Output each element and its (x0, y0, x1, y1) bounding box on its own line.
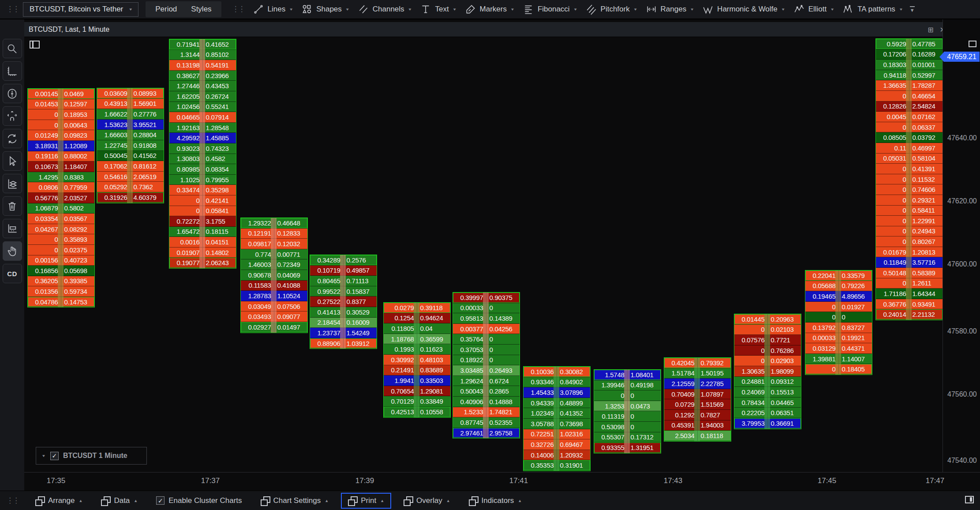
one-click-trading-button[interactable] (3, 241, 22, 261)
buy-volume: 0.46997 (909, 143, 943, 153)
tool-harmonic-wolfe[interactable]: Harmonic & Wolfe ▼ (698, 0, 789, 19)
time-axis[interactable]: 17:35 17:37 17:39 17:41 17:43 17:45 17:4… (0, 472, 980, 491)
chevron-up-icon: ▲ (325, 499, 329, 503)
buy-volume: 3.95521 (131, 120, 164, 130)
styles-button[interactable]: Styles (184, 5, 218, 14)
arrange-button[interactable]: Arrange ▲ (29, 493, 89, 509)
cluster-row: 0.000330.19921 (805, 333, 872, 344)
toolbar-overflow-icon[interactable]: ▼ (910, 6, 915, 12)
cluster-row: 00.76286 (734, 345, 801, 356)
tool-label: Harmonic & Wolfe (717, 5, 778, 14)
toolbar-grip-icon[interactable]: ⋮⋮ (0, 0, 23, 19)
chevron-down-icon[interactable]: ▼ (41, 454, 46, 458)
buy-volume: 0.04151 (203, 237, 236, 247)
tool-fibonacci[interactable]: Fibonacci ▼ (519, 0, 582, 19)
period-button[interactable]: Period (148, 5, 184, 14)
cluster-row: 0.014450.20963 (734, 314, 801, 325)
lines-icon (253, 4, 264, 15)
crosshair-mode-button[interactable] (3, 84, 22, 103)
chevron-down-icon[interactable]: ▼ (899, 8, 903, 11)
chevron-down-icon[interactable]: ▼ (781, 8, 785, 11)
sell-volume: 1.30803 (169, 154, 203, 164)
chevron-down-icon[interactable]: ▼ (830, 8, 834, 11)
toolbar-grip-icon[interactable]: ⋮⋮ (0, 491, 23, 510)
tool-markers[interactable]: Markers ▼ (461, 0, 519, 19)
chevron-down-icon[interactable]: ▼ (453, 8, 457, 11)
cluster-row: 0.59290.47785 (876, 39, 943, 49)
sell-volume: 0.70654 (384, 386, 417, 396)
cluster-row: 0.013560.59734 (28, 286, 94, 297)
sell-volume: 0.04665 (169, 112, 203, 122)
chevron-down-icon[interactable]: ▼ (345, 8, 350, 11)
sell-volume: 0.0806 (28, 182, 61, 192)
buy-volume: 0.06351 (768, 408, 801, 418)
sell-volume: 0.18303 (876, 60, 909, 70)
cluster-row: 1.308030.4582 (169, 154, 236, 165)
sell-volume: 0 (734, 345, 768, 356)
sell-volume: 0.00145 (28, 89, 61, 99)
print-button[interactable]: Print ▲ (341, 493, 391, 509)
axes-icon (6, 65, 18, 77)
volume-profile-button[interactable] (3, 219, 22, 238)
price-label: 47600.00 (947, 260, 977, 268)
overlay-button[interactable]: Overlay ▲ (397, 493, 456, 509)
cluster-row: 0.170620.81612 (97, 161, 164, 172)
tool-elliott[interactable]: Elliott ▼ (789, 0, 838, 19)
chevron-down-icon[interactable]: ▼ (633, 8, 638, 11)
tool-ranges[interactable]: Ranges ▼ (642, 0, 699, 19)
symbol-selector[interactable]: BTCUSDT, Bitcoin vs Tether ▼ (23, 2, 138, 17)
chevron-down-icon[interactable]: ▼ (289, 8, 293, 11)
chevron-down-icon[interactable]: ▼ (408, 8, 412, 11)
price-axis[interactable]: 47640.00 47620.00 47600.00 47580.00 4756… (943, 19, 980, 472)
pan-tool-button[interactable] (3, 106, 22, 126)
cluster-row: 00.01927 (805, 302, 872, 312)
maximize-pane-icon[interactable]: ⊞ (928, 26, 933, 34)
indicators-button[interactable]: Indicators ▲ (463, 493, 528, 509)
footprint-cluster: 0.399970.903750.0003300.958130.143890.00… (453, 292, 520, 439)
axes-scale-button[interactable] (3, 61, 22, 81)
data-button[interactable]: Data ▲ (95, 493, 144, 509)
chevron-down-icon[interactable]: ▼ (690, 8, 694, 11)
tool-pitchfork[interactable]: Pitchfork ▼ (582, 0, 642, 19)
cluster-row: 0.168560.05698 (28, 266, 94, 276)
zoom-tool-button[interactable] (3, 39, 22, 58)
cluster-row: 0.003770.04256 (453, 324, 520, 334)
footprint-cluster: 0.59290.477850.172060.162890.183030.0100… (875, 38, 943, 320)
layers-button[interactable] (3, 174, 22, 193)
buy-volume: 0.6724 (486, 376, 520, 386)
tool-lines[interactable]: Lines ▼ (249, 0, 298, 19)
enable-cluster-charts-toggle[interactable]: ✓ Enable Cluster Charts (150, 493, 248, 509)
delete-button[interactable] (3, 196, 22, 216)
chevron-down-icon[interactable]: ▼ (573, 8, 578, 11)
cursor-tool-button[interactable] (3, 151, 22, 171)
cluster-row: 1.287831.10524 (241, 291, 307, 301)
toolbar-grip-icon[interactable]: ⋮⋮ (226, 0, 249, 19)
cd-tool-button[interactable]: CD (3, 264, 22, 283)
series-visibility-checkbox[interactable]: ✓ (50, 452, 59, 460)
cursor-icon (6, 155, 18, 167)
tool-text[interactable]: Text ▼ (416, 0, 460, 19)
trading-app-window: 0.001450.04690.014530.1259700.1895300.00… (0, 0, 980, 510)
panel-corner-icon[interactable] (965, 496, 974, 503)
buy-volume: 1.10524 (274, 291, 308, 301)
buy-volume: 0.18115 (203, 227, 236, 237)
cluster-row: 0.425130.10558 (384, 407, 450, 417)
tool-ta-patterns[interactable]: TA patterns ▼ (838, 0, 907, 19)
refresh-button[interactable] (3, 129, 22, 148)
buy-volume: 0.74323 (203, 143, 236, 154)
chart-canvas[interactable]: 0.001450.04690.014530.1259700.1895300.00… (0, 0, 980, 510)
pitchfork-icon (586, 4, 597, 15)
series-legend[interactable]: ▼ ✓ BTCUSDT 1 Minute (36, 447, 147, 465)
cluster-row: 1.52331.74821 (453, 407, 520, 418)
pane-toggle-icon[interactable] (969, 41, 976, 47)
tool-shapes[interactable]: Shapes ▼ (297, 0, 354, 19)
chevron-down-icon[interactable]: ▼ (510, 8, 515, 11)
sell-volume: 0.99522 (310, 286, 344, 296)
tool-channels[interactable]: Channels ▼ (354, 0, 416, 19)
cluster-row: 1.366351.78287 (876, 80, 943, 91)
sell-volume: 0.24069 (734, 387, 768, 397)
cluster-row: 0.183030.01001 (876, 60, 943, 70)
cluster-row: 0.191160.88002 (28, 151, 94, 162)
enable-cluster-charts-checkbox[interactable]: ✓ (156, 496, 165, 505)
chart-settings-button[interactable]: Chart Settings ▲ (254, 493, 335, 509)
